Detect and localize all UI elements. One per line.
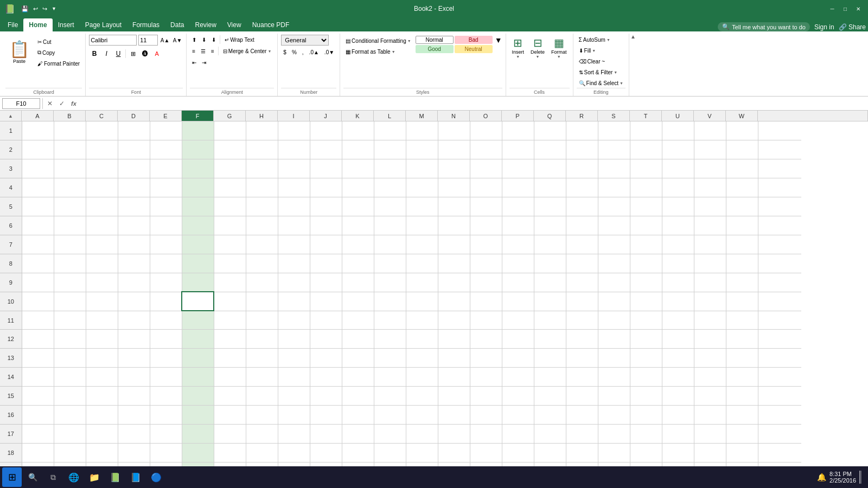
cell-V12[interactable] (694, 330, 726, 349)
cell-extra-13[interactable] (758, 349, 801, 368)
style-bad[interactable]: Bad (455, 36, 493, 44)
cell-P9[interactable] (502, 273, 534, 292)
cell-J9[interactable] (310, 273, 342, 292)
close-button[interactable]: ✕ (853, 3, 864, 14)
align-bottom-button[interactable]: ⬇ (209, 35, 218, 44)
cell-D2[interactable] (118, 140, 150, 159)
cell-A1[interactable] (22, 121, 54, 140)
cell-T11[interactable] (630, 311, 662, 330)
cell-L17[interactable] (374, 425, 406, 444)
cell-O2[interactable] (470, 140, 502, 159)
cell-R13[interactable] (566, 349, 598, 368)
cell-Q18[interactable] (534, 443, 566, 462)
cell-S15[interactable] (598, 387, 630, 406)
cell-F8[interactable] (182, 254, 214, 273)
cell-E14[interactable] (150, 368, 182, 387)
cell-B13[interactable] (54, 349, 86, 368)
cell-B9[interactable] (54, 273, 86, 292)
cell-G3[interactable] (214, 159, 246, 178)
cell-C1[interactable] (86, 121, 118, 140)
cell-A18[interactable] (22, 443, 54, 462)
cell-G15[interactable] (214, 387, 246, 406)
cell-W4[interactable] (726, 178, 758, 197)
cell-extra-10[interactable] (758, 292, 801, 311)
cell-extra-15[interactable] (758, 387, 801, 406)
row-num-11[interactable]: 11 (0, 311, 22, 330)
cell-extra-8[interactable] (758, 254, 801, 273)
cell-E2[interactable] (150, 140, 182, 159)
cell-H14[interactable] (246, 368, 278, 387)
cell-V7[interactable] (694, 235, 726, 254)
minimize-button[interactable]: ─ (827, 3, 838, 14)
cell-C2[interactable] (86, 140, 118, 159)
cell-V14[interactable] (694, 368, 726, 387)
cell-H15[interactable] (246, 387, 278, 406)
row-num-3[interactable]: 3 (0, 159, 22, 178)
cell-R10[interactable] (566, 292, 598, 311)
cell-E10[interactable] (150, 292, 182, 311)
cell-I3[interactable] (278, 159, 310, 178)
cell-S5[interactable] (598, 197, 630, 216)
cell-I9[interactable] (278, 273, 310, 292)
cell-T5[interactable] (630, 197, 662, 216)
cell-Q5[interactable] (534, 197, 566, 216)
cell-P6[interactable] (502, 216, 534, 235)
cell-A13[interactable] (22, 349, 54, 368)
copy-button[interactable]: ⧉ Copy (35, 48, 82, 57)
cell-M7[interactable] (406, 235, 438, 254)
cell-H11[interactable] (246, 311, 278, 330)
cell-O3[interactable] (470, 159, 502, 178)
cell-H6[interactable] (246, 216, 278, 235)
cell-O12[interactable] (470, 330, 502, 349)
cell-P13[interactable] (502, 349, 534, 368)
tab-data[interactable]: Data (165, 18, 189, 31)
cell-O10[interactable] (470, 292, 502, 311)
cell-R12[interactable] (566, 330, 598, 349)
cell-U18[interactable] (662, 443, 694, 462)
align-left-button[interactable]: ≡ (190, 46, 197, 56)
col-header-a[interactable]: A (22, 111, 54, 121)
cell-U5[interactable] (662, 197, 694, 216)
cell-G1[interactable] (214, 121, 246, 140)
cell-P18[interactable] (502, 443, 534, 462)
col-header-u[interactable]: U (662, 111, 694, 121)
cell-D15[interactable] (118, 387, 150, 406)
cell-K5[interactable] (342, 197, 374, 216)
browser-button[interactable]: 🔵 (146, 467, 166, 487)
style-normal[interactable]: Normal (416, 36, 454, 44)
cell-Q11[interactable] (534, 311, 566, 330)
cell-K6[interactable] (342, 216, 374, 235)
search-bar[interactable]: 🔍 Tell me what you want to do (718, 22, 810, 31)
cell-extra-5[interactable] (758, 197, 801, 216)
cell-M1[interactable] (406, 121, 438, 140)
cell-F12[interactable] (182, 330, 214, 349)
cell-W18[interactable] (726, 443, 758, 462)
cell-L13[interactable] (374, 349, 406, 368)
col-header-h[interactable]: H (246, 111, 278, 121)
cell-U7[interactable] (662, 235, 694, 254)
autosum-button[interactable]: Σ AutoSum ▼ (577, 35, 612, 44)
cell-I10[interactable] (278, 292, 310, 311)
cell-H8[interactable] (246, 254, 278, 273)
cell-H17[interactable] (246, 425, 278, 444)
ribbon-collapse-button[interactable]: ▲ (630, 34, 636, 40)
tab-page-layout[interactable]: Page Layout (80, 18, 127, 31)
cell-extra-16[interactable] (758, 406, 801, 425)
cell-B16[interactable] (54, 406, 86, 425)
cell-D9[interactable] (118, 273, 150, 292)
cell-E18[interactable] (150, 443, 182, 462)
cell-R1[interactable] (566, 121, 598, 140)
cell-W6[interactable] (726, 216, 758, 235)
cell-A7[interactable] (22, 235, 54, 254)
cell-P12[interactable] (502, 330, 534, 349)
cell-S16[interactable] (598, 406, 630, 425)
cell-D10[interactable] (118, 292, 150, 311)
cell-N13[interactable] (438, 349, 470, 368)
cell-W17[interactable] (726, 425, 758, 444)
cell-B14[interactable] (54, 368, 86, 387)
cell-N1[interactable] (438, 121, 470, 140)
cell-L8[interactable] (374, 254, 406, 273)
cell-P15[interactable] (502, 387, 534, 406)
cell-Q16[interactable] (534, 406, 566, 425)
col-header-e[interactable]: E (150, 111, 182, 121)
